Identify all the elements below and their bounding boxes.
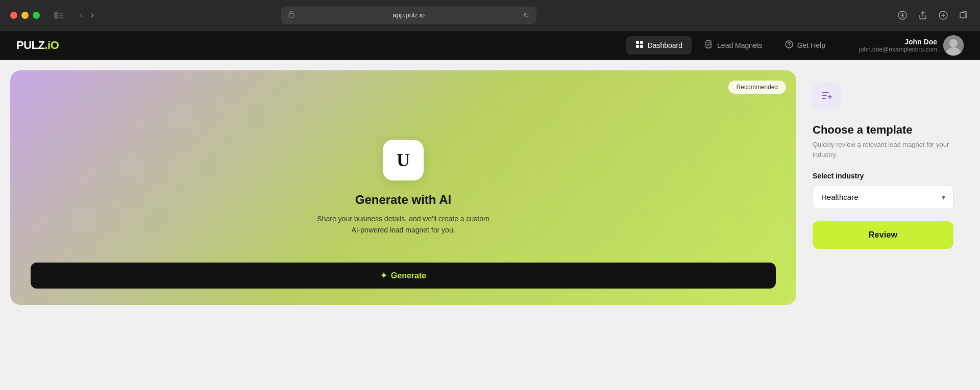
svg-rect-7	[960, 13, 965, 18]
ai-description: Share your business details, and we'll c…	[316, 213, 490, 236]
svg-rect-2	[59, 15, 63, 16]
user-info: John Doe john.doe@examplecorp.com	[859, 35, 964, 56]
svg-point-14	[789, 46, 789, 46]
reload-button[interactable]: ↻	[523, 11, 529, 19]
forward-button[interactable]: ›	[88, 9, 97, 21]
review-button[interactable]: Review	[813, 221, 953, 249]
nav-dashboard-label: Dashboard	[648, 41, 683, 49]
avatar[interactable]	[943, 35, 964, 56]
browser-chrome: ‹ › app.pulz.io ↻	[0, 0, 980, 31]
share-icon[interactable]	[917, 9, 929, 21]
new-tab-icon[interactable]	[937, 9, 949, 21]
app-header: PULZ.iO Dashboard Lead Magnets	[0, 31, 980, 60]
ai-title: Generate with AI	[355, 193, 451, 207]
svg-rect-10	[636, 45, 639, 48]
nav-arrows: ‹ ›	[77, 9, 97, 21]
nav-item-dashboard[interactable]: Dashboard	[626, 36, 692, 55]
user-email: john.doe@examplecorp.com	[859, 46, 937, 53]
nav-item-get-help[interactable]: Get Help	[776, 36, 835, 55]
help-icon	[785, 40, 793, 50]
download-icon[interactable]	[896, 9, 909, 21]
nav-item-lead-magnets[interactable]: Lead Magnets	[696, 36, 772, 55]
close-button[interactable]	[10, 12, 17, 19]
address-bar[interactable]: app.pulz.io ↻	[281, 7, 536, 24]
lock-icon	[288, 11, 295, 19]
back-button[interactable]: ‹	[77, 9, 86, 21]
document-icon	[705, 40, 713, 50]
list-plus-icon	[821, 89, 833, 105]
template-heading: Choose a template	[813, 123, 953, 137]
template-panel: Choose a template Quickly review a relev…	[796, 70, 970, 261]
template-subtext: Quickly review a relevant lead magnet fo…	[813, 140, 953, 160]
url-text: app.pulz.io	[299, 11, 519, 19]
app-nav: Dashboard Lead Magnets Get Help	[626, 36, 835, 55]
ai-icon-container: U	[383, 140, 424, 180]
sidebar-toggle-button[interactable]	[54, 10, 64, 20]
generate-button[interactable]: ✦ Generate	[31, 263, 776, 289]
industry-selector: Select industry Healthcare Technology Fi…	[813, 172, 953, 209]
ai-generate-panel: Recommended U Generate with AI Share you…	[10, 70, 796, 305]
select-industry-label: Select industry	[813, 172, 953, 180]
sparkle-icon: ✦	[380, 271, 387, 280]
svg-rect-4	[289, 14, 294, 17]
ai-icon: U	[397, 149, 410, 171]
template-info: Choose a template Quickly review a relev…	[813, 123, 953, 160]
generate-label: Generate	[391, 271, 426, 280]
minimize-button[interactable]	[21, 12, 29, 19]
template-icon-container	[813, 83, 841, 111]
app-container: PULZ.iO Dashboard Lead Magnets	[0, 31, 980, 390]
svg-rect-1	[59, 13, 63, 14]
browser-actions	[896, 9, 970, 21]
svg-rect-3	[59, 17, 63, 18]
review-label: Review	[869, 230, 897, 239]
svg-rect-9	[640, 41, 643, 44]
user-text: John Doe john.doe@examplecorp.com	[859, 38, 937, 53]
main-content: Recommended U Generate with AI Share you…	[0, 60, 980, 390]
select-wrapper: Healthcare Technology Finance Education …	[813, 185, 953, 209]
user-name: John Doe	[859, 38, 937, 46]
fullscreen-button[interactable]	[33, 12, 40, 19]
svg-rect-8	[636, 41, 639, 44]
nav-lead-magnets-label: Lead Magnets	[717, 41, 763, 49]
grid-icon	[635, 40, 644, 50]
app-logo: PULZ.iO	[16, 39, 59, 52]
svg-rect-0	[54, 12, 58, 19]
traffic-lights	[10, 12, 40, 19]
svg-rect-11	[640, 45, 643, 48]
windows-icon[interactable]	[958, 9, 970, 21]
recommended-badge: Recommended	[728, 81, 786, 94]
nav-get-help-label: Get Help	[797, 41, 825, 49]
svg-point-16	[949, 39, 958, 47]
industry-select[interactable]: Healthcare Technology Finance Education …	[813, 185, 953, 209]
